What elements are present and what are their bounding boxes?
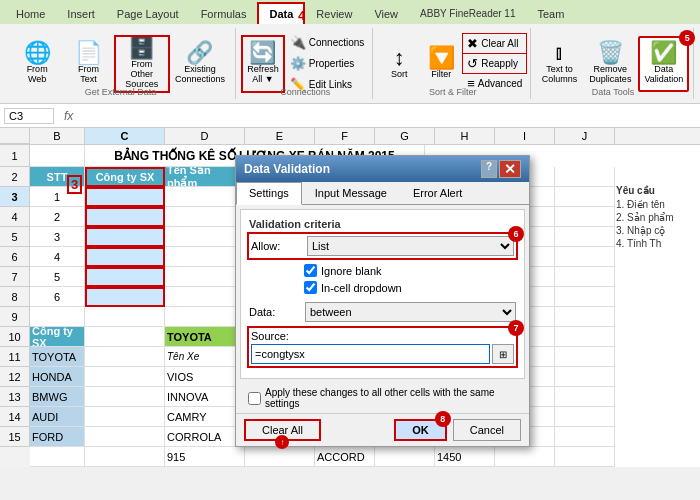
cell-j6[interactable] bbox=[555, 247, 615, 267]
tab-review[interactable]: Review bbox=[305, 2, 363, 24]
cell-c7[interactable] bbox=[85, 267, 165, 287]
dialog-tab-settings[interactable]: Settings bbox=[236, 182, 302, 205]
cell-c6[interactable] bbox=[85, 247, 165, 267]
apply-changes-checkbox[interactable] bbox=[248, 392, 261, 405]
cell-d2[interactable]: Tên Sản phẩm bbox=[165, 167, 245, 187]
cancel-button[interactable]: Cancel bbox=[453, 419, 521, 441]
allow-select[interactable]: List bbox=[307, 236, 514, 256]
bottom-j[interactable] bbox=[555, 447, 615, 467]
lookup-j1[interactable] bbox=[555, 347, 615, 367]
existing-connections-button[interactable]: 🔗 ExistingConnections bbox=[171, 36, 229, 92]
lookup-j3[interactable] bbox=[555, 387, 615, 407]
cell-d5[interactable] bbox=[165, 227, 245, 247]
data-validation-button[interactable]: ✅ DataValidation 5 bbox=[638, 36, 689, 92]
dialog-tab-input-message[interactable]: Input Message bbox=[302, 182, 400, 204]
cell-c3[interactable] bbox=[85, 187, 165, 207]
source-input[interactable] bbox=[251, 344, 490, 364]
cell-j9[interactable] bbox=[555, 307, 615, 327]
cell-d8[interactable] bbox=[165, 287, 245, 307]
tab-insert[interactable]: Insert bbox=[56, 2, 106, 24]
data-select[interactable]: between bbox=[305, 302, 516, 322]
cell-c2[interactable]: Công ty SX bbox=[85, 167, 165, 187]
dialog-tab-error-alert[interactable]: Error Alert bbox=[400, 182, 476, 204]
bottom-e[interactable] bbox=[245, 447, 315, 467]
cell-b7[interactable]: 5 bbox=[30, 267, 85, 287]
bottom-g[interactable] bbox=[375, 447, 435, 467]
cell-d7[interactable] bbox=[165, 267, 245, 287]
lookup-b2[interactable]: HONDA bbox=[30, 367, 85, 387]
lookup-c5[interactable] bbox=[85, 427, 165, 447]
cell-c4[interactable] bbox=[85, 207, 165, 227]
cell-reference[interactable] bbox=[4, 108, 54, 124]
lookup-b5[interactable]: FORD bbox=[30, 427, 85, 447]
lookup-c3[interactable] bbox=[85, 387, 165, 407]
remove-duplicates-button[interactable]: 🗑️ RemoveDuplicates bbox=[584, 36, 636, 92]
from-text-button[interactable]: 📄 From Text bbox=[64, 36, 112, 92]
cell-d4[interactable] bbox=[165, 207, 245, 227]
tab-home[interactable]: Home bbox=[5, 2, 56, 24]
connections-button[interactable]: 🔌Connections bbox=[286, 33, 369, 52]
sort-button[interactable]: ↕️ Sort bbox=[379, 36, 419, 92]
cell-d3[interactable] bbox=[165, 187, 245, 207]
bottom-d[interactable]: 915 bbox=[165, 447, 245, 467]
bottom-b[interactable] bbox=[30, 447, 85, 467]
dialog-minimize[interactable]: ? bbox=[481, 160, 497, 178]
lookup-j5[interactable] bbox=[555, 427, 615, 447]
lookup-h-c[interactable] bbox=[85, 327, 165, 347]
cell-b8[interactable]: 6 bbox=[30, 287, 85, 307]
lookup-b1[interactable]: TOYOTA bbox=[30, 347, 85, 367]
reapply-button[interactable]: ↺ Reapply bbox=[463, 54, 526, 73]
filter-button[interactable]: 🔽 Filter bbox=[421, 36, 461, 92]
lookup-j2[interactable] bbox=[555, 367, 615, 387]
cell-b6[interactable]: 4 bbox=[30, 247, 85, 267]
refresh-all-button[interactable]: 🔄 RefreshAll ▼ bbox=[242, 36, 284, 92]
lookup-c4[interactable] bbox=[85, 407, 165, 427]
formula-input[interactable] bbox=[79, 110, 696, 122]
lookup-c2[interactable] bbox=[85, 367, 165, 387]
cell-b5[interactable]: 3 bbox=[30, 227, 85, 247]
lookup-c1[interactable] bbox=[85, 347, 165, 367]
cell-d6[interactable] bbox=[165, 247, 245, 267]
source-expand-button[interactable]: ⊞ bbox=[492, 344, 514, 364]
bottom-f[interactable]: ACCORD bbox=[315, 447, 375, 467]
tab-abby[interactable]: ABBY FineReader 11 bbox=[409, 2, 526, 24]
cell-b9[interactable] bbox=[30, 307, 85, 327]
from-web-button[interactable]: 🌐 From Web bbox=[12, 36, 62, 92]
bottom-c[interactable] bbox=[85, 447, 165, 467]
dialog-close-button[interactable]: ✕ bbox=[499, 160, 521, 178]
lookup-d3[interactable]: INNOVA bbox=[165, 387, 245, 407]
lookup-h-b[interactable]: Công ty SX bbox=[30, 327, 85, 347]
cell-j8[interactable] bbox=[555, 287, 615, 307]
lookup-h-j[interactable] bbox=[555, 327, 615, 347]
cell-b4[interactable]: 2 bbox=[30, 207, 85, 227]
lookup-b4[interactable]: AUDI bbox=[30, 407, 85, 427]
cell-j7[interactable] bbox=[555, 267, 615, 287]
lookup-d2[interactable]: VIOS bbox=[165, 367, 245, 387]
lookup-d1[interactable]: Tên Xe bbox=[165, 347, 245, 367]
tab-formulas[interactable]: Formulas bbox=[190, 2, 258, 24]
text-to-columns-button[interactable]: ⫾ Text toColumns bbox=[537, 36, 583, 92]
clear-button[interactable]: ✖ Clear All bbox=[463, 34, 526, 53]
lookup-j4[interactable] bbox=[555, 407, 615, 427]
cell-j3[interactable] bbox=[555, 187, 615, 207]
cell-c9[interactable] bbox=[85, 307, 165, 327]
tab-page-layout[interactable]: Page Layout bbox=[106, 2, 190, 24]
cell-c8[interactable] bbox=[85, 287, 165, 307]
lookup-h-d[interactable]: TOYOTA bbox=[165, 327, 245, 347]
cell-j4[interactable] bbox=[555, 207, 615, 227]
cell-d9[interactable] bbox=[165, 307, 245, 327]
lookup-d4[interactable]: CAMRY bbox=[165, 407, 245, 427]
ignore-blank-checkbox[interactable] bbox=[304, 264, 317, 277]
in-cell-checkbox[interactable] bbox=[304, 281, 317, 294]
from-other-button[interactable]: 🗄️ From OtherSources bbox=[115, 36, 169, 92]
properties-button[interactable]: ⚙️Properties bbox=[286, 54, 369, 73]
bottom-i[interactable] bbox=[495, 447, 555, 467]
cell-j5[interactable] bbox=[555, 227, 615, 247]
tab-view[interactable]: View bbox=[363, 2, 409, 24]
lookup-d5[interactable]: CORROLA bbox=[165, 427, 245, 447]
cell-b1[interactable] bbox=[30, 145, 85, 167]
cell-j2[interactable] bbox=[555, 167, 615, 187]
tab-team[interactable]: Team bbox=[527, 2, 576, 24]
lookup-b3[interactable]: BMWG bbox=[30, 387, 85, 407]
cell-c5[interactable] bbox=[85, 227, 165, 247]
